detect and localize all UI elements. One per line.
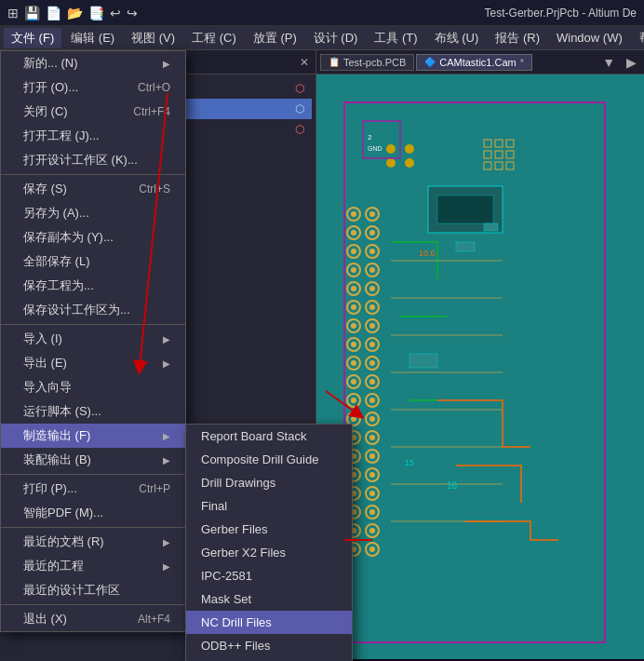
composite-drill-label: Composite Drill Guide [201, 452, 318, 466]
submenu-nc-drill-files[interactable]: NC Drill Files [186, 611, 352, 634]
menu-item-save-all[interactable]: 全部保存 (L) [1, 250, 185, 274]
menu-item-open-workspace[interactable]: 打开设计工作区 (K)... [1, 148, 185, 172]
panel-icon[interactable]: ▶ [623, 53, 640, 72]
ipc-2581-label: IPC-2581 [201, 569, 252, 583]
tab-close-btn[interactable]: ✕ [297, 56, 312, 69]
title-text: Test-Gerber.PrjPcb - Altium De [485, 7, 637, 20]
menu-item-smart-pdf[interactable]: 智能PDF (M)... [1, 501, 185, 525]
file-menu: 新的... (N) ▶ 打开 (O)... Ctrl+O 关闭 (C) Ctrl… [0, 50, 186, 632]
cam-tab-label: CAMtastic1.Cam [439, 57, 517, 68]
recent-project-label: 最近的工程 [23, 558, 84, 574]
svg-point-29 [351, 230, 356, 236]
tab-test-pcb[interactable]: 📋 Test-pcb.PCB [320, 54, 414, 71]
open-workspace-label: 打开设计工作区 (K)... [23, 152, 138, 169]
menu-window[interactable]: Window (W) [549, 29, 630, 47]
import-wizard-label: 导入向导 [23, 379, 72, 396]
svg-point-75 [369, 379, 375, 384]
menu-item-open-project[interactable]: 打开工程 (J)... [1, 124, 185, 148]
menu-item-assembly-output[interactable]: 装配输出 (B) ▶ [1, 448, 185, 472]
menu-design[interactable]: 设计 (D) [306, 28, 366, 48]
save-project-label: 保存工程为... [23, 277, 94, 294]
save-label: 保存 (S) [23, 181, 67, 197]
submenu-power-plane-set[interactable]: Power-Plane Set [186, 657, 352, 661]
menu-item-recent-project[interactable]: 最近的工程 ▶ [1, 554, 185, 578]
svg-point-33 [351, 304, 356, 310]
tab-camtastic[interactable]: 🔷 CAMtastic1.Cam * [416, 54, 532, 71]
submenu-final[interactable]: Final [186, 494, 352, 518]
svg-point-66 [369, 211, 375, 217]
svg-point-3 [405, 144, 414, 154]
menu-bar: 文件 (F) 编辑 (E) 视图 (V) 工程 (C) 放置 (P) 设计 (D… [0, 26, 644, 50]
menu-item-save[interactable]: 保存 (S) Ctrl+S [1, 177, 185, 201]
menu-item-import[interactable]: 导入 (I) ▶ [1, 327, 185, 351]
recent-docs-arrow: ▶ [163, 537, 170, 547]
svg-point-68 [369, 249, 375, 254]
sep2 [1, 324, 185, 325]
menu-item-exit[interactable]: 退出 (X) Alt+F4 [1, 607, 185, 631]
svg-point-69 [369, 267, 375, 273]
svg-text:GND: GND [368, 145, 382, 152]
svg-point-82 [369, 509, 375, 515]
menu-item-save-project[interactable]: 保存工程为... [1, 274, 185, 298]
menu-item-save-workspace[interactable]: 保存设计工作区为... [1, 298, 185, 322]
menu-view[interactable]: 视图 (V) [124, 28, 182, 48]
menu-item-close[interactable]: 关闭 (C) Ctrl+F4 [1, 100, 185, 124]
menu-report[interactable]: 报告 (R) [488, 28, 547, 48]
submenu-drill-drawings[interactable]: Drill Drawings [186, 471, 352, 494]
recent-project-arrow: ▶ [163, 561, 170, 572]
menu-item-import-wizard[interactable]: 导入向导 [1, 375, 185, 399]
menu-item-open[interactable]: 打开 (O)... Ctrl+O [1, 75, 185, 100]
submenu-mask-set[interactable]: Mask Set [186, 587, 352, 611]
menu-item-recent-docs[interactable]: 最近的文档 (R) ▶ [1, 530, 185, 554]
menu-item-fab-output[interactable]: 制造输出 (F) ▶ Report Board Stack Composite … [1, 424, 185, 448]
svg-point-30 [351, 249, 356, 254]
submenu-odb-plus[interactable]: ODB++ Files [186, 634, 352, 657]
svg-rect-0 [316, 74, 644, 659]
submenu-report-board-stack[interactable]: Report Board Stack [186, 425, 352, 448]
open-project-label: 打开工程 (J)... [23, 128, 100, 144]
menu-help[interactable]: 帮助 (H) [632, 28, 644, 48]
pcb-canvas[interactable]: 2 GND [316, 74, 644, 659]
app-icons: ⊞ 💾 📄 📂 📑 ↩ ↪ [7, 6, 138, 20]
menu-item-open-label: 打开 (O)... [23, 79, 78, 96]
menu-tools[interactable]: 工具 (T) [367, 28, 424, 48]
print-shortcut: Ctrl+P [120, 482, 170, 495]
submenu-gerber-x2[interactable]: Gerber X2 Files [186, 541, 352, 564]
svg-rect-95 [456, 242, 475, 251]
svg-point-74 [369, 360, 375, 366]
menu-item-save-as[interactable]: 另存为 (A)... [1, 201, 185, 225]
svg-point-78 [369, 435, 375, 440]
menu-edit[interactable]: 编辑 (E) [63, 28, 122, 48]
menu-item-print[interactable]: 打印 (P)... Ctrl+P [1, 477, 185, 501]
report-board-stack-label: Report Board Stack [201, 429, 306, 443]
exit-shortcut: Alt+F4 [119, 613, 170, 626]
svg-point-34 [351, 323, 356, 329]
svg-point-4 [386, 158, 396, 168]
export-arrow: ▶ [163, 358, 170, 369]
filter-icon[interactable]: ▼ [598, 53, 619, 72]
menu-item-new[interactable]: 新的... (N) ▶ [1, 51, 185, 75]
mask-set-label: Mask Set [201, 592, 251, 606]
svg-text:16: 16 [447, 480, 458, 491]
nc-drill-files-label: NC Drill Files [201, 615, 272, 629]
menu-item-save-copy[interactable]: 保存副本为 (Y)... [1, 225, 185, 250]
submenu-composite-drill[interactable]: Composite Drill Guide [186, 448, 352, 471]
menu-project[interactable]: 工程 (C) [184, 28, 244, 48]
menu-file[interactable]: 文件 (F) [4, 28, 61, 48]
file3-badge: ⬡ [295, 123, 304, 136]
run-script-label: 运行脚本 (S)... [23, 403, 101, 420]
menu-item-export[interactable]: 导出 (E) ▶ [1, 351, 185, 375]
menu-route[interactable]: 布线 (U) [427, 28, 487, 48]
submenu-ipc-2581[interactable]: IPC-2581 [186, 564, 352, 587]
svg-text:15: 15 [405, 458, 414, 467]
submenu-gerber-files[interactable]: Gerber Files [186, 518, 352, 541]
menu-item-recent-workspace[interactable]: 最近的设计工作区 [1, 578, 185, 602]
svg-rect-96 [484, 223, 498, 231]
menu-place[interactable]: 放置 (P) [246, 28, 304, 48]
menu-item-run-script[interactable]: 运行脚本 (S)... [1, 399, 185, 424]
svg-point-28 [351, 211, 356, 217]
recent-docs-label: 最近的文档 (R) [23, 533, 104, 550]
smart-pdf-label: 智能PDF (M)... [23, 505, 103, 521]
sep3 [1, 474, 185, 475]
svg-rect-94 [437, 196, 493, 223]
